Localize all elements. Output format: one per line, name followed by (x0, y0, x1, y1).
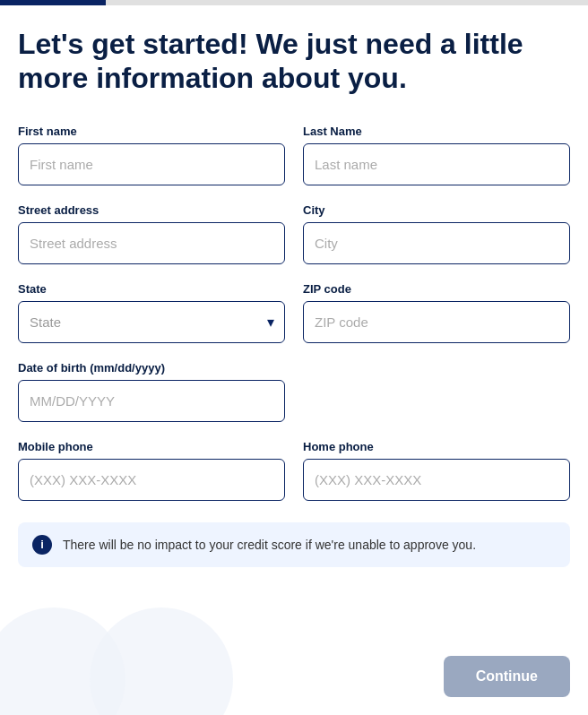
state-select-wrapper: State Alabama Alaska Arizona California … (18, 301, 285, 343)
city-input[interactable] (303, 222, 570, 264)
state-select[interactable]: State Alabama Alaska Arizona California … (18, 301, 285, 343)
mobile-phone-group: Mobile phone (18, 440, 285, 501)
info-banner: i There will be no impact to your credit… (18, 522, 570, 567)
city-label: City (303, 203, 570, 217)
mobile-phone-input[interactable] (18, 459, 285, 501)
mobile-phone-label: Mobile phone (18, 440, 285, 453)
continue-button[interactable]: Continue (444, 656, 570, 697)
page-content: Let's get started! We just need a little… (0, 5, 588, 657)
street-address-label: Street address (18, 203, 285, 217)
page-title: Let's get started! We just need a little… (18, 27, 570, 96)
state-group: State State Alabama Alaska Arizona Calif… (18, 282, 285, 343)
zip-code-input[interactable] (303, 301, 570, 343)
first-name-group: First name (18, 125, 285, 185)
state-zip-row: State State Alabama Alaska Arizona Calif… (18, 282, 570, 343)
dob-group: Date of birth (mm/dd/yyyy) (18, 361, 285, 422)
zip-code-label: ZIP code (303, 282, 570, 296)
home-phone-group: Home phone (303, 440, 570, 501)
phone-row: Mobile phone Home phone (18, 440, 570, 501)
first-name-label: First name (18, 125, 285, 138)
home-phone-label: Home phone (303, 440, 570, 453)
info-icon: i (32, 535, 52, 555)
dob-input[interactable] (18, 380, 285, 422)
home-phone-input[interactable] (303, 459, 570, 501)
last-name-group: Last Name (303, 125, 570, 185)
dob-row: Date of birth (mm/dd/yyyy) (18, 361, 570, 422)
last-name-label: Last Name (303, 125, 570, 138)
address-city-row: Street address City (18, 203, 570, 264)
dob-label: Date of birth (mm/dd/yyyy) (18, 361, 285, 375)
info-banner-text: There will be no impact to your credit s… (63, 538, 476, 552)
city-group: City (303, 203, 570, 264)
last-name-input[interactable] (303, 143, 570, 185)
state-label: State (18, 282, 285, 296)
street-address-input[interactable] (18, 222, 285, 264)
name-row: First name Last Name (18, 125, 570, 185)
street-address-group: Street address (18, 203, 285, 264)
first-name-input[interactable] (18, 143, 285, 185)
zip-code-group: ZIP code (303, 282, 570, 343)
